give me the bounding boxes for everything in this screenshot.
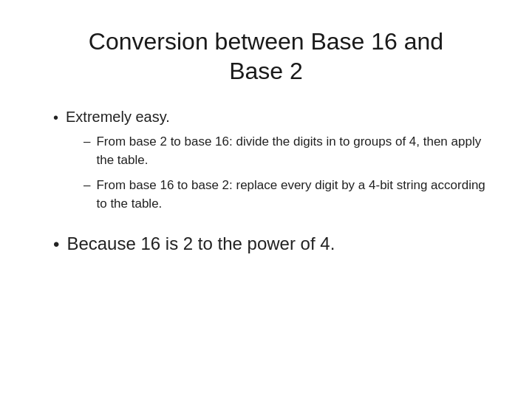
sub-bullets-1: – From base 2 to base 16: divide the dig… [66, 133, 497, 214]
bullet-dot-2: • [53, 232, 59, 257]
bullet-body-1: Extremely easy. – From base 2 to base 16… [66, 106, 497, 221]
sub-bullet-dash-2: – [83, 177, 90, 195]
bullet-item-1: • Extremely easy. – From base 2 to base … [53, 106, 497, 221]
bullet-dot-1: • [53, 107, 58, 128]
title-line2: Base 2 [229, 58, 303, 84]
sub-bullet-item-1: – From base 2 to base 16: divide the dig… [83, 133, 497, 169]
slide: Conversion between Base 16 and Base 2 • … [0, 0, 532, 399]
slide-content: • Extremely easy. – From base 2 to base … [35, 106, 497, 267]
bullet-text-1: Extremely easy. [66, 109, 170, 125]
sub-bullet-dash-1: – [83, 133, 90, 151]
sub-bullet-text-1: From base 2 to base 16: divide the digit… [96, 133, 497, 169]
title-line1: Conversion between Base 16 and [89, 28, 443, 55]
bullet-item-2: • Because 16 is 2 to the power of 4. [53, 231, 497, 257]
bullet-text-2: Because 16 is 2 to the power of 4. [66, 231, 335, 256]
sub-bullet-item-2: – From base 16 to base 2: replace every … [83, 177, 497, 213]
slide-title: Conversion between Base 16 and Base 2 [35, 27, 497, 86]
sub-bullet-text-2: From base 16 to base 2: replace every di… [96, 177, 497, 213]
